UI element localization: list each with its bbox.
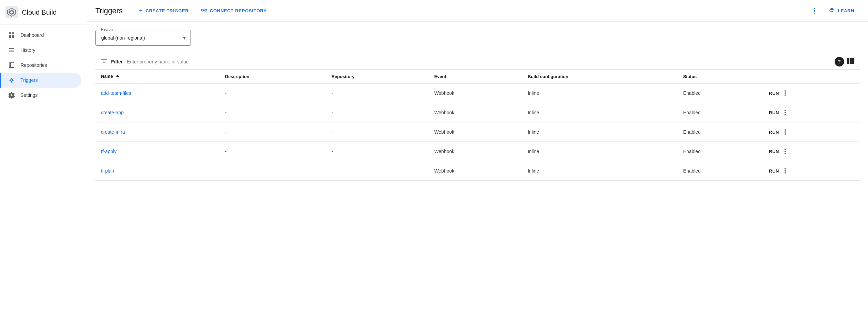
svg-point-30 bbox=[785, 94, 786, 96]
learn-label: LEARN bbox=[838, 8, 854, 13]
trigger-link-3[interactable]: tf-apply bbox=[101, 149, 117, 154]
triggers-icon bbox=[8, 77, 15, 84]
filter-bar: Filter ? bbox=[95, 54, 860, 70]
app-logo-icon bbox=[5, 6, 18, 18]
col-repository: Repository bbox=[326, 70, 429, 84]
filter-input[interactable] bbox=[127, 59, 831, 64]
svg-point-33 bbox=[785, 114, 786, 115]
col-status: Status bbox=[678, 70, 764, 84]
run-button-4[interactable]: RUN bbox=[769, 168, 779, 174]
app-title: Cloud Build bbox=[22, 9, 57, 16]
create-trigger-label: CREATE TRIGGER bbox=[146, 8, 189, 13]
row-menu-button-0[interactable] bbox=[780, 88, 790, 98]
cell-status-1: Enabled bbox=[678, 103, 764, 122]
svg-point-29 bbox=[785, 92, 786, 94]
svg-rect-4 bbox=[12, 35, 14, 38]
filter-label: Filter bbox=[111, 59, 123, 64]
col-name[interactable]: Name bbox=[95, 70, 219, 84]
table-body: add-team-files - - Webhook Inline Enable… bbox=[95, 84, 860, 181]
page-title: Triggers bbox=[95, 6, 123, 15]
connect-repository-button[interactable]: CONNECT REPOSITORY bbox=[196, 4, 272, 17]
learn-icon bbox=[829, 7, 835, 14]
cell-status-0: Enabled bbox=[678, 84, 764, 103]
create-trigger-button[interactable]: + CREATE TRIGGER bbox=[134, 4, 194, 17]
svg-point-42 bbox=[785, 172, 786, 174]
svg-point-34 bbox=[785, 129, 786, 131]
svg-rect-24 bbox=[847, 58, 849, 64]
help-button[interactable]: ? bbox=[835, 57, 844, 66]
sidebar: Cloud Build Dashboard History Repositori… bbox=[0, 0, 87, 311]
col-event: Event bbox=[429, 70, 522, 84]
cell-actions-0: RUN bbox=[763, 84, 860, 103]
sidebar-item-repositories[interactable]: Repositories bbox=[0, 58, 81, 73]
region-label: Region bbox=[100, 27, 114, 31]
sidebar-item-settings[interactable]: Settings bbox=[0, 88, 81, 103]
run-button-3[interactable]: RUN bbox=[769, 149, 779, 154]
svg-point-20 bbox=[814, 13, 815, 14]
cell-repo-0: - bbox=[326, 84, 429, 103]
topbar-right: LEARN bbox=[808, 4, 860, 17]
sidebar-item-history-label: History bbox=[20, 47, 35, 53]
triggers-table: Name Description Repository Event Build … bbox=[95, 70, 860, 181]
history-icon bbox=[8, 47, 15, 54]
region-select-wrapper: Region global (non-regional) us-central1… bbox=[95, 30, 191, 46]
sidebar-header: Cloud Build bbox=[0, 0, 87, 25]
cell-status-2: Enabled bbox=[678, 122, 764, 142]
run-button-0[interactable]: RUN bbox=[769, 91, 779, 96]
cell-event-0: Webhook bbox=[429, 84, 522, 103]
svg-rect-2 bbox=[12, 32, 14, 34]
svg-rect-26 bbox=[852, 58, 854, 64]
cell-build-1: Inline bbox=[522, 103, 677, 122]
dashboard-icon bbox=[8, 32, 15, 39]
cell-event-2: Webhook bbox=[429, 122, 522, 142]
svg-point-38 bbox=[785, 151, 786, 152]
sidebar-item-triggers[interactable]: Triggers bbox=[0, 73, 81, 88]
trigger-link-1[interactable]: create-app bbox=[101, 110, 124, 115]
trigger-link-0[interactable]: add-team-files bbox=[101, 90, 131, 96]
content-area: Region global (non-regional) us-central1… bbox=[87, 22, 868, 311]
table-row: tf-plan - - Webhook Inline Enabled RUN bbox=[95, 161, 860, 181]
cell-event-3: Webhook bbox=[429, 142, 522, 161]
svg-point-39 bbox=[785, 153, 786, 154]
sidebar-item-dashboard[interactable]: Dashboard bbox=[0, 28, 81, 43]
row-menu-button-2[interactable] bbox=[780, 127, 790, 137]
region-select[interactable]: global (non-regional) us-central1 us-eas… bbox=[95, 30, 191, 46]
cell-actions-4: RUN bbox=[763, 161, 860, 181]
table-row: add-team-files - - Webhook Inline Enable… bbox=[95, 84, 860, 103]
svg-marker-27 bbox=[116, 75, 119, 77]
trigger-link-4[interactable]: tf-plan bbox=[101, 168, 114, 174]
filter-actions: ? bbox=[835, 57, 854, 66]
svg-point-28 bbox=[785, 90, 786, 92]
cell-repo-4: - bbox=[326, 161, 429, 181]
svg-point-41 bbox=[785, 170, 786, 172]
sort-asc-icon bbox=[116, 74, 120, 79]
table-row: create-app - - Webhook Inline Enabled RU… bbox=[95, 103, 860, 122]
row-menu-button-3[interactable] bbox=[780, 147, 790, 156]
row-menu-button-4[interactable] bbox=[780, 166, 790, 176]
cell-name-0: add-team-files bbox=[95, 84, 219, 103]
svg-point-19 bbox=[814, 10, 815, 12]
sidebar-item-dashboard-label: Dashboard bbox=[20, 32, 44, 38]
svg-point-36 bbox=[785, 133, 786, 135]
main-content: Triggers + CREATE TRIGGER CONNECT REPOSI… bbox=[87, 0, 868, 311]
more-options-button[interactable] bbox=[808, 5, 821, 17]
run-button-1[interactable]: RUN bbox=[769, 110, 779, 115]
row-menu-button-1[interactable] bbox=[780, 108, 790, 117]
cell-actions-1: RUN bbox=[763, 103, 860, 122]
table-header: Name Description Repository Event Build … bbox=[95, 70, 860, 84]
run-button-2[interactable]: RUN bbox=[769, 130, 779, 135]
sidebar-nav: Dashboard History Repositories Triggers bbox=[0, 25, 87, 105]
svg-point-32 bbox=[785, 112, 786, 113]
cell-desc-2: - bbox=[219, 122, 326, 142]
svg-point-40 bbox=[785, 168, 786, 169]
trigger-link-2[interactable]: create-infra bbox=[101, 129, 125, 135]
svg-point-18 bbox=[814, 8, 815, 9]
col-actions bbox=[763, 70, 860, 84]
columns-icon[interactable] bbox=[847, 58, 854, 66]
svg-rect-3 bbox=[9, 35, 11, 38]
cell-desc-3: - bbox=[219, 142, 326, 161]
sidebar-item-triggers-label: Triggers bbox=[20, 77, 38, 83]
repositories-icon bbox=[8, 62, 15, 69]
learn-button[interactable]: LEARN bbox=[823, 4, 860, 17]
sidebar-item-history[interactable]: History bbox=[0, 43, 81, 58]
